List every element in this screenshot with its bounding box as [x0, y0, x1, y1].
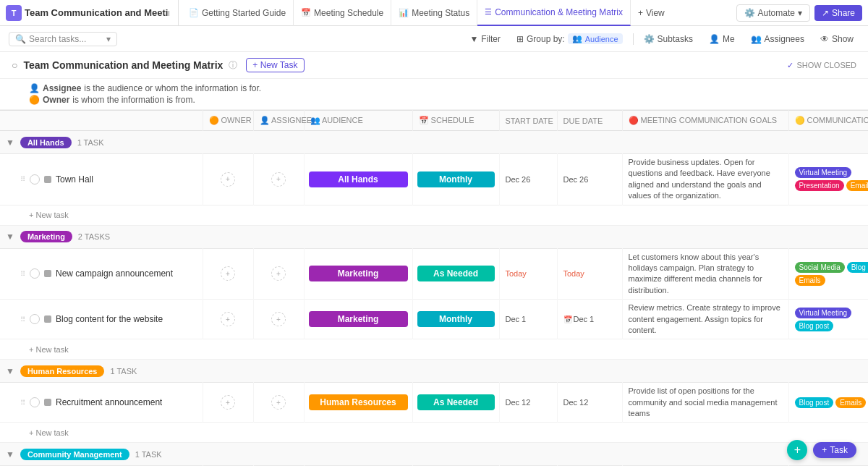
show-icon: 👁 [820, 34, 829, 44]
new-task-btn[interactable]: + New Task [246, 58, 304, 72]
page-expand-icon[interactable]: ○ [12, 59, 17, 71]
meeting-status-icon: 📊 [399, 8, 409, 17]
audience-cell[interactable]: Human Resources [304, 383, 412, 423]
table-container[interactable]: 🟠 OWNER 👤 ASSIGNEE 👥 AUDIENCE 📅 SCHEDULE… [0, 110, 868, 466]
task-checkbox[interactable] [30, 314, 40, 324]
group-expand-icon[interactable]: ▼ [6, 137, 14, 148]
group-cell: ▼ Marketing 2 TASKS [0, 225, 868, 248]
group-expand-icon[interactable]: ▼ [6, 366, 14, 376]
app-container: T Team Communication and Meeting Ma... 📄… [0, 0, 868, 466]
schedule-cell[interactable]: As Needed [412, 248, 499, 300]
search-icon: 🔍 [15, 34, 26, 44]
assignee-legend: 👤 Assignee is the audience or whom the i… [29, 83, 839, 93]
assignee-avatar[interactable]: + [271, 395, 286, 410]
col-task [0, 111, 203, 131]
page-header: ○ Team Communication and Meeting Matrix … [0, 52, 868, 79]
me-btn[interactable]: 👤 Me [703, 33, 741, 46]
owner-avatar[interactable]: + [221, 395, 235, 410]
plus-icon: + [638, 8, 643, 18]
group-tag[interactable]: Human Resources [20, 365, 105, 377]
group-tag[interactable]: Community Management [20, 449, 129, 460]
show-btn[interactable]: 👁 Show [814, 33, 859, 46]
schedule-cell[interactable]: As Needed [412, 383, 499, 423]
subtasks-btn[interactable]: ⚙️ Subtasks [638, 33, 699, 46]
tab-comm-matrix[interactable]: ☰ Communication & Meeting Matrix [477, 0, 631, 26]
share-btn[interactable]: ↗ Share [814, 5, 862, 21]
comm-matrix-icon: ☰ [485, 7, 492, 17]
new-task-row: + New task [0, 423, 868, 443]
schedule-cell[interactable]: Monthly [412, 300, 499, 339]
group-cell: ▼ Community Management 1 TASK [0, 443, 868, 466]
col-goals: 🔴 MEETING COMMUNICATION GOALS [622, 111, 788, 131]
legend: 👤 Assignee is the audience or whom the i… [0, 79, 868, 110]
page-title: Team Communication and Meeting Matrix [23, 59, 223, 71]
task-name[interactable]: Town Hall [56, 174, 93, 185]
owner-avatar[interactable]: + [221, 172, 235, 187]
task-checkbox[interactable] [30, 268, 40, 279]
schedule-cell[interactable]: Monthly [412, 154, 499, 206]
search-input[interactable]: 🔍 Search tasks... ▾ [9, 32, 117, 46]
filter-btn[interactable]: ▼ Filter [464, 33, 506, 46]
info-icon[interactable]: ⓘ [229, 59, 237, 72]
task-name[interactable]: Blog content for the website [56, 314, 163, 324]
filter-right: ▼ Filter ⊞ Group by: 👥 Audience ⚙️ Subta… [464, 32, 859, 46]
assignees-btn[interactable]: 👥 Assignees [745, 33, 810, 46]
assignee-avatar[interactable]: + [271, 312, 286, 326]
task-name[interactable]: New campaign announcement [56, 268, 173, 279]
task-name-cell: ⠿ Blog content for the website [0, 300, 203, 339]
goals-cell: Provide business updates. Open for quest… [622, 154, 788, 206]
assignee-avatar[interactable]: + [271, 266, 286, 281]
task-checkbox[interactable] [30, 174, 40, 185]
tab-meeting-status[interactable]: 📊 Meeting Status [391, 0, 477, 26]
start-date-cell: Today [499, 248, 557, 300]
comm-method-cell: Social MediaBlog postEmails [788, 248, 868, 300]
task-name[interactable]: Recruitment announcement [56, 397, 162, 407]
task-btn[interactable]: + Task [813, 442, 856, 458]
getting-started-icon: 📄 [189, 8, 199, 17]
assignee-avatar[interactable]: + [271, 172, 286, 187]
meeting-schedule-icon: 📅 [301, 8, 311, 17]
comm-tag: Blog post [795, 321, 834, 331]
comm-method-cell: Virtual MeetingPresentationEmails [788, 154, 868, 206]
group-expand-icon[interactable]: ▼ [6, 232, 14, 242]
audience-cell[interactable]: All Hands [304, 154, 412, 206]
tab-meeting-schedule[interactable]: 📅 Meeting Schedule [294, 0, 391, 26]
goals-cell: Let customers know about this year's hol… [622, 248, 788, 300]
owner-avatar[interactable]: + [221, 312, 235, 326]
comm-tag: Emails [835, 397, 866, 408]
group-tag[interactable]: All Hands [20, 137, 72, 148]
assignee-cell: + [253, 154, 304, 206]
subtasks-icon: ⚙️ [644, 34, 655, 44]
owner-cell: + [203, 154, 253, 206]
tab-getting-started[interactable]: 📄 Getting Started Guide [182, 0, 294, 26]
add-view-btn[interactable]: + View [631, 0, 672, 26]
task-checkbox[interactable] [30, 397, 40, 407]
automate-btn[interactable]: ⚙️ Automate ▾ [736, 4, 810, 22]
owner-avatar[interactable]: + [221, 266, 235, 281]
chevron-down-icon: ▾ [798, 8, 802, 18]
goals-cell: Provide list of open positions for the c… [622, 383, 788, 423]
col-audience: 👥 AUDIENCE [304, 111, 412, 131]
show-closed-btn[interactable]: ✓ SHOW CLOSED [787, 61, 856, 70]
group-by-btn[interactable]: ⊞ Group by: 👥 Audience [511, 32, 629, 46]
comm-tag: Emails [846, 180, 868, 191]
start-date-cell: Dec 12 [499, 383, 557, 423]
new-task-link[interactable]: + New task [6, 345, 69, 354]
group-expand-icon[interactable]: ▼ [6, 449, 14, 459]
audience-cell[interactable]: Marketing [304, 248, 412, 300]
task-name-cell: ⠿ New campaign announcement [0, 248, 203, 300]
new-task-link[interactable]: + New task [6, 211, 69, 219]
start-date-cell: Dec 26 [499, 154, 557, 206]
audience-cell[interactable]: Marketing [304, 300, 412, 339]
new-task-link[interactable]: + New task [6, 428, 69, 437]
col-comm-method: 🟡 COMMUNICATION METHOD [788, 111, 868, 131]
filter-bar: 🔍 Search tasks... ▾ ▼ Filter ⊞ Group by:… [0, 26, 868, 52]
group-tag[interactable]: Marketing [20, 231, 72, 242]
task-row: ⠿ Blog content for the website + + Marke… [0, 300, 868, 339]
tab-list: 📄 Getting Started Guide 📅 Meeting Schedu… [178, 0, 733, 26]
col-assignee: 👤 ASSIGNEE [253, 111, 304, 131]
new-task-cell: + New task [0, 205, 868, 225]
chevron-down-icon: ▾ [106, 34, 111, 44]
add-btn[interactable]: + [787, 440, 807, 460]
comm-tag: Presentation [795, 180, 844, 191]
